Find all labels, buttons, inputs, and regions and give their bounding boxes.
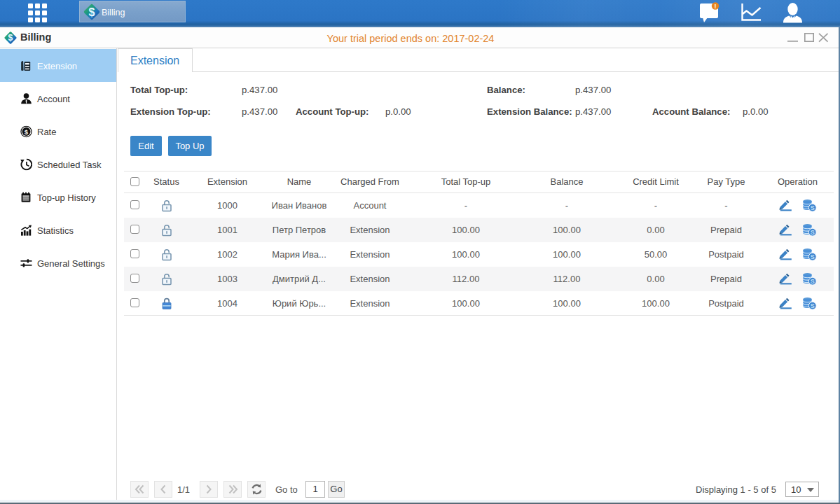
svg-text:!: ! [715, 3, 717, 10]
svg-text:$: $ [8, 33, 13, 43]
svg-text:S: S [811, 302, 815, 309]
svg-text:S: S [811, 204, 815, 211]
svg-text:S: S [811, 229, 815, 236]
svg-text:S: S [811, 278, 815, 285]
svg-text:S: S [811, 253, 815, 260]
svg-text:$: $ [25, 127, 29, 135]
svg-text:$: $ [89, 6, 95, 18]
